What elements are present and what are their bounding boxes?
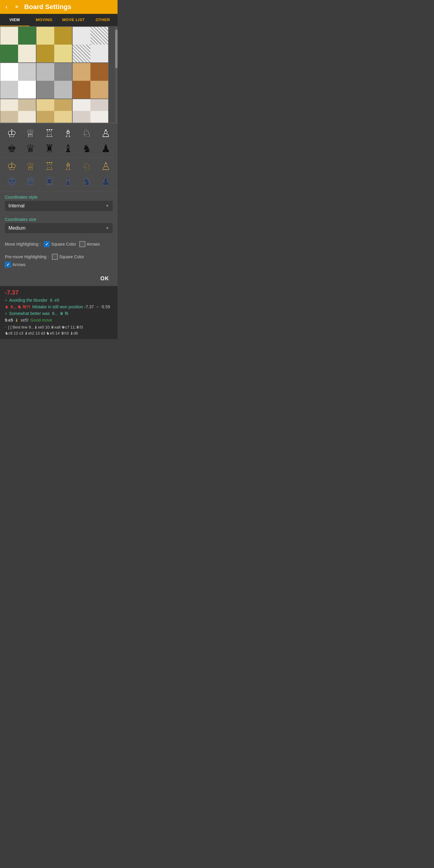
piece-white-knight[interactable]: ♘ <box>79 127 95 140</box>
ok-row: OK <box>0 273 118 286</box>
premove-square-color-checkbox[interactable] <box>52 254 58 260</box>
piece-tan-pawn[interactable]: ♙ <box>98 160 114 173</box>
tabs-bar: VIEW MOVING MOVE LIST OTHER <box>0 14 118 27</box>
coordinates-style-label: Coordinates style <box>5 195 113 199</box>
theme-whitegray[interactable] <box>0 63 36 99</box>
theme-hatched[interactable] <box>72 27 108 63</box>
theme-wood[interactable] <box>36 99 72 123</box>
coordinates-size-dropdown[interactable]: Medium ▼ <box>5 223 113 233</box>
board-themes-wrapper[interactable] <box>0 27 118 124</box>
piece-tan-knight[interactable]: ♘ <box>79 160 95 173</box>
coordinates-style-section: Coordinates style Internal ▼ <box>0 192 118 217</box>
good-move-piece: ♝ <box>15 318 19 322</box>
modal-content: ♔ ♕ ♖ ♗ ♘ ♙ ♚ ♛ ♜ ♝ ♞ ♟ ♔ ♕ ♖ ♗ ♘ ♙ ♚ <box>0 27 118 286</box>
piece-white-bishop[interactable]: ♗ <box>60 127 76 140</box>
black-pieces-row: ♚ ♛ ♜ ♝ ♞ ♟ <box>2 141 115 156</box>
piece-white-queen[interactable]: ♕ <box>23 127 38 140</box>
coordinates-size-arrow: ▼ <box>105 226 109 230</box>
piece-tan-queen[interactable]: ♕ <box>23 160 38 173</box>
premove-arrows-checkbox[interactable] <box>5 261 11 268</box>
piece-white-king[interactable]: ♔ <box>4 127 20 140</box>
coordinates-style-arrow: ▼ <box>105 204 109 208</box>
move-highlighting-section: Move Highlighting : Square Color Arrows <box>0 241 118 252</box>
piece-white-pawn[interactable]: ♙ <box>98 127 114 140</box>
back-button[interactable]: ‹ <box>4 2 9 11</box>
piece-db-rook[interactable]: ♜ <box>41 175 57 188</box>
tab-moving[interactable]: MOVING <box>30 14 59 26</box>
best-line-label-text: [ Best line <box>10 325 27 330</box>
page-title: Board Settings <box>24 3 71 11</box>
premove-arrows-item[interactable]: Arrows <box>5 261 26 268</box>
premove-highlighting-label: Pre-move Highlighting : <box>5 254 49 259</box>
piece-db-queen[interactable]: ♛ <box>23 175 38 188</box>
piece-black-knight[interactable]: ♞ <box>79 142 95 155</box>
theme-green[interactable] <box>0 27 36 63</box>
piece-db-king[interactable]: ♚ <box>4 175 20 188</box>
coordinates-size-label: Coordinates size <box>5 217 113 222</box>
coordinates-style-dropdown[interactable]: Internal ▼ <box>5 201 113 211</box>
theme-row-2 <box>0 63 118 99</box>
piece-tan-bishop[interactable]: ♗ <box>60 160 76 173</box>
good-move-num: 9.e5 <box>5 318 13 322</box>
piece-black-pawn[interactable]: ♟ <box>98 142 114 155</box>
coordinates-style-value: Internal <box>8 203 105 209</box>
theme-marble-dark[interactable] <box>72 99 108 123</box>
good-move-label: Good move <box>30 318 52 322</box>
piece-black-queen[interactable]: ♛ <box>23 142 38 155</box>
green-plus-icon-3: + <box>5 311 7 316</box>
piece-tan-rook[interactable]: ♖ <box>41 160 57 173</box>
premove-square-color-text: Square Color <box>59 254 84 259</box>
avoiding-blunder-text: Avoiding the blunder 8. e5 <box>9 298 59 303</box>
piece-db-knight[interactable]: ♞ <box>79 175 95 188</box>
tab-view[interactable]: VIEW <box>0 14 30 26</box>
white-pieces-row: ♔ ♕ ♖ ♗ ♘ ♙ <box>2 126 115 141</box>
piece-db-bishop[interactable]: ♝ <box>60 175 76 188</box>
game-area: -7.37 + Avoiding the blunder 8. e5 ♞ 8..… <box>0 286 118 339</box>
move-highlighting-square-color-text: Square Color <box>51 242 76 247</box>
somewhat-better-text: Somewhat better was 8... ♛ f6 <box>9 311 68 316</box>
tab-other[interactable]: OTHER <box>88 14 118 26</box>
premove-square-color-item[interactable]: Square Color <box>52 254 84 260</box>
theme-darkgray[interactable] <box>36 63 72 99</box>
tab-move-list[interactable]: MOVE LIST <box>59 14 88 26</box>
move-highlighting-arrows-item[interactable]: Arrows <box>79 241 100 247</box>
piece-db-pawn[interactable]: ♟ <box>98 175 114 188</box>
mistake-move: 8... ♞ f6?! <box>10 304 30 309</box>
theme-row-1 <box>0 27 118 63</box>
piece-black-king[interactable]: ♚ <box>4 142 20 155</box>
ok-button[interactable]: OK <box>97 274 113 283</box>
pieces-grid: ♔ ♕ ♖ ♗ ♘ ♙ ♚ ♛ ♜ ♝ ♞ ♟ ♔ ♕ ♖ ♗ ♘ ♙ ♚ <box>0 124 118 192</box>
theme-leather[interactable] <box>72 63 108 99</box>
header: ‹ × Board Settings <box>0 0 118 14</box>
best-line-moves: 9...♝xe5 10.♛xa8 ♚c7 11.♛f3 <box>29 325 83 330</box>
eval-score: -7.37 <box>5 289 113 296</box>
premove-arrows-text: Arrows <box>12 262 26 267</box>
analysis-line-2: ♞ 8... ♞ f6?! Mistake in still won posit… <box>5 304 113 309</box>
premove-arrows-row: Arrows <box>5 261 113 268</box>
close-button[interactable]: × <box>13 2 21 11</box>
darkblue-pieces-row: ♚ ♛ ♜ ♝ ♞ ♟ <box>2 174 115 189</box>
scrollbar-track[interactable] <box>115 27 118 123</box>
coordinates-size-value: Medium <box>8 225 105 231</box>
best-line: − [ [ Best line 9...♝xe5 10.♛xa8 ♚c7 11.… <box>5 324 113 336</box>
theme-marble-light[interactable] <box>0 99 36 123</box>
best-line-label: − <box>5 325 7 330</box>
move-highlighting-square-color-item[interactable]: Square Color <box>44 241 76 247</box>
piece-white-rook[interactable]: ♖ <box>41 127 57 140</box>
best-line-cont: ♞c6 12 c3 ♝xh2 13 d3 ♞e5 14 ♛h3 ♝d8 <box>5 331 78 336</box>
move-highlighting-arrows-checkbox[interactable] <box>79 241 85 247</box>
coordinates-size-section: Coordinates size Medium ▼ <box>0 217 118 239</box>
move-highlighting-square-color-checkbox[interactable] <box>44 241 50 247</box>
red-icon-2: ♞ <box>5 304 9 309</box>
move-highlighting-arrows-text: Arrows <box>87 242 100 247</box>
pieces-divider-1 <box>2 157 115 158</box>
scrollbar-thumb[interactable] <box>115 30 118 68</box>
tan-pieces-row: ♔ ♕ ♖ ♗ ♘ ♙ <box>2 159 115 174</box>
piece-black-bishop[interactable]: ♝ <box>60 142 76 155</box>
theme-yellow[interactable] <box>36 27 72 63</box>
piece-tan-king[interactable]: ♔ <box>4 160 20 173</box>
piece-black-rook[interactable]: ♜ <box>41 142 57 155</box>
best-line-bracket-open: [ <box>8 325 9 330</box>
mistake-description: Mistake in still won position -7.37 → -5… <box>32 304 110 309</box>
move-highlighting-row: Move Highlighting : Square Color Arrows <box>5 241 113 247</box>
